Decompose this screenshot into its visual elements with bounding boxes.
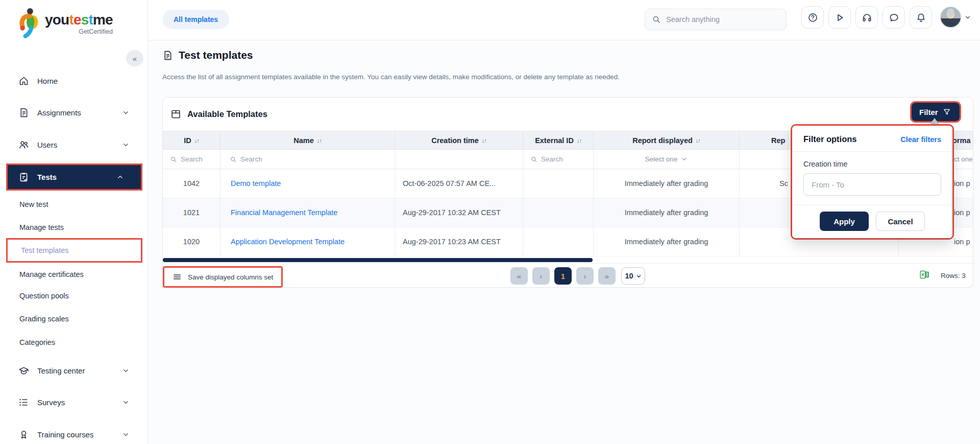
graduation-cap-icon [18,365,29,376]
tutorials-button[interactable] [828,6,851,29]
select-one-label: Select one [645,155,678,163]
popup-pointer [930,118,939,124]
column-header-external-id[interactable]: External ID↓↑ [523,131,594,149]
brand-logo-icon [17,7,41,39]
filter-cell-id [163,150,220,169]
messages-button[interactable] [883,6,905,29]
column-header-report-displayed[interactable]: Report displayed↓↑ [594,131,740,149]
cell-name: Application Development Template [220,227,395,256]
save-displayed-columns-button[interactable]: Save displayed columns set [164,268,281,286]
name-search-input[interactable] [240,155,276,163]
sort-icon[interactable]: ↓↑ [577,137,581,144]
column-header-id[interactable]: ID↓↑ [163,131,220,149]
breadcrumb-label: All templates [174,15,218,24]
sidebar-item-test-templates-current[interactable]: Test templates [6,238,142,263]
help-icon [807,12,818,23]
chevron-down-icon [122,431,130,438]
template-link[interactable]: Financial Management Template [231,208,337,217]
cell-creation-time: Aug-29-2017 10:32 AM CEST [395,198,523,227]
export-excel-icon[interactable] [919,269,930,280]
sidebar-item-surveys[interactable]: Surveys [0,393,148,411]
filter-button-label: Filter [919,108,938,116]
sidebar-item-manage-certificates[interactable]: Manage certificates [0,266,148,283]
list-icon [18,397,29,408]
sidebar-item-new-test[interactable]: New test [0,196,148,213]
page-title: Test templates [179,49,253,61]
search-icon [530,156,537,163]
sidebar-item-label: Testing center [37,366,85,375]
external-id-search-input[interactable] [541,155,577,163]
bell-icon [916,12,926,23]
sidebar-item-grading-scales[interactable]: Grading scales [0,311,148,327]
search-input[interactable] [666,15,768,24]
pagination-next-button[interactable]: › [576,267,594,285]
search-icon [230,156,237,163]
sidebar-item-home[interactable]: Home [0,72,148,90]
creation-time-filter-label: Creation time [803,160,941,168]
cell-report-displayed: Immediately after grading [594,169,740,198]
chevron-down-icon [122,109,130,116]
sidebar-item-label: New test [19,200,48,208]
cell-report-displayed: Immediately after grading [594,198,740,227]
app-root: youtestme GetCertified « Home Assignment… [0,0,980,444]
creation-time-range-input[interactable] [803,173,941,196]
horizontal-scrollbar-track [163,256,973,264]
template-link[interactable]: Application Development Template [231,238,345,246]
help-button[interactable] [801,6,824,29]
collapse-chevrons-icon: « [133,54,137,63]
pagination-page-1-button[interactable]: 1 [554,267,572,285]
search-icon [652,15,661,24]
brand-tagline: GetCertified [79,28,113,35]
cell-id: 1020 [163,227,220,256]
column-header-creation-time[interactable]: Creation time↓↑ [395,131,523,149]
sort-icon[interactable]: ↓↑ [482,137,486,144]
sidebar-item-users[interactable]: Users [0,135,148,154]
notifications-button[interactable] [910,6,932,29]
document-icon [18,107,29,118]
sidebar-item-training-courses[interactable]: Training courses [0,425,148,443]
sidebar-item-manage-tests[interactable]: Manage tests [0,219,148,236]
breadcrumb[interactable]: All templates [162,10,229,29]
search-icon [170,156,177,163]
sort-icon[interactable]: ↓↑ [696,137,700,144]
chat-bubble-icon [889,12,899,23]
sidebar-item-label: Grading scales [19,315,69,323]
column-header-name[interactable]: Name↓↑ [220,131,395,149]
apply-button[interactable]: Apply [820,212,869,231]
table-icon [170,109,181,120]
sort-icon[interactable]: ↓↑ [194,137,199,144]
sidebar-item-question-pools[interactable]: Question pools [0,288,148,304]
clear-filters-link[interactable]: Clear filters [900,135,941,144]
filter-cell-creation-time [395,150,523,169]
sidebar-collapse-button[interactable]: « [126,50,143,66]
cell-creation-time: Aug-29-2017 10:23 AM CEST [395,227,523,256]
sidebar-item-testing-center[interactable]: Testing center [0,361,148,380]
support-button[interactable] [855,6,878,29]
page-size-select[interactable]: 10 [621,267,645,285]
page-header: Test templates [162,49,253,61]
sidebar-item-label: Manage certificates [19,270,84,278]
report-displayed-select[interactable]: Select one [594,150,740,169]
user-avatar[interactable] [940,7,961,28]
cancel-button[interactable]: Cancel [876,212,925,231]
chevron-down-icon [122,367,130,375]
horizontal-scrollbar-thumb[interactable] [163,258,593,262]
pagination-first-button[interactable]: « [510,267,528,285]
avatar-chevron-down-icon[interactable] [964,14,971,21]
filter-popup-annotation: Filter options Clear filters Creation ti… [791,124,954,240]
sidebar-item-label: Categories [19,338,55,346]
header-divider [148,40,980,40]
sidebar-item-label: Assignments [37,108,81,117]
chevron-up-icon [116,173,124,181]
pagination-last-button[interactable]: » [598,267,616,285]
sidebar-item-categories[interactable]: Categories [0,334,148,350]
pagination-prev-button[interactable]: ‹ [532,267,550,285]
sort-icon[interactable]: ↓↑ [317,137,322,144]
sidebar-item-assignments[interactable]: Assignments [0,103,148,122]
cell-external-id [523,169,594,198]
sidebar-item-label: Test templates [21,246,69,254]
template-link[interactable]: Demo template [231,179,281,188]
sidebar-item-tests-active[interactable]: Tests [6,163,142,191]
save-columns-annotation: Save displayed columns set [163,266,283,288]
id-search-input[interactable] [181,155,216,163]
